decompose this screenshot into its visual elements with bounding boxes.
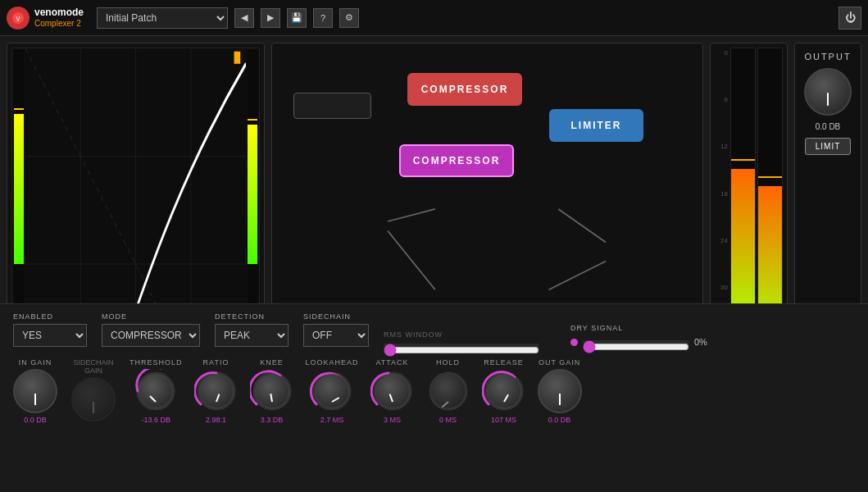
controls-row1: ENABLED YES NO MODE COMPRESSOR DETECTION… <box>13 312 855 347</box>
lookahead-knob[interactable] <box>310 369 354 413</box>
dry-signal-dot <box>570 339 578 346</box>
scale-24: 24 <box>715 237 728 244</box>
sidechain-group: SIDECHAIN OFF ON <box>303 312 369 347</box>
rms-label: RMS WINDOW <box>384 330 539 339</box>
brand-name: venomode <box>34 7 84 18</box>
in-gain-indicator <box>34 394 36 405</box>
release-group: RELEASE 107 MS <box>482 358 526 424</box>
sidechain-gain-knob[interactable] <box>71 377 116 421</box>
limit-button[interactable]: LIMIT <box>805 138 851 155</box>
help-button[interactable]: ? <box>313 8 333 28</box>
rms-slider-track <box>384 344 539 347</box>
hold-indicator <box>441 401 448 408</box>
svg-line-13 <box>388 231 435 290</box>
lookahead-label: LOOKAHEAD <box>306 358 359 367</box>
bottom-controls: ENABLED YES NO MODE COMPRESSOR DETECTION… <box>0 303 868 492</box>
out-gain-indicator <box>559 394 561 405</box>
svg-line-11 <box>558 209 606 242</box>
product-name: Complexer 2 <box>34 19 84 28</box>
knee-value: 3.3 DB <box>261 416 284 424</box>
logo: v venomode Complexer 2 <box>7 7 84 30</box>
out-gain-value: 0.0 DB <box>548 416 571 424</box>
out-gain-label: OUT GAIN <box>539 358 580 367</box>
dry-signal-group: DRY SIGNAL 0% <box>570 324 707 347</box>
dry-slider-track <box>583 340 689 344</box>
threshold-group: THRESHOLD -13.6 DB <box>130 358 183 424</box>
sidechain-gain-group: SIDECHAIN GAIN <box>69 358 118 424</box>
topbar: v venomode Complexer 2 Initial Patch ◀ ▶… <box>0 0 868 36</box>
svg-text:v: v <box>16 14 20 23</box>
ratio-indicator <box>216 394 220 402</box>
settings-button[interactable]: ⚙ <box>339 8 359 28</box>
rms-slider[interactable] <box>384 344 539 357</box>
rmeter-fill <box>248 125 257 263</box>
hold-knob[interactable] <box>426 369 470 413</box>
input-node <box>293 93 371 119</box>
attack-group: ATTACK 3 MS <box>370 358 415 424</box>
hold-value: 0 MS <box>439 416 457 424</box>
rmeter-peak <box>248 119 257 121</box>
svg-line-10 <box>388 209 435 221</box>
attack-indicator <box>389 394 393 402</box>
ratio-knob[interactable] <box>194 369 239 413</box>
scale-6: 6 <box>715 96 728 103</box>
out-peak-R <box>758 176 782 178</box>
dry-signal-label: DRY SIGNAL <box>570 324 707 332</box>
release-value: 107 MS <box>491 416 516 424</box>
release-indicator <box>503 394 509 403</box>
meter-peak <box>14 108 24 110</box>
mode-label: MODE <box>102 312 200 321</box>
output-knob-indicator <box>827 93 829 106</box>
compressor2-node[interactable]: COMPRESSOR <box>399 144 514 177</box>
in-gain-label: IN GAIN <box>19 358 52 367</box>
detection-select[interactable]: PEAK RMS <box>215 324 289 347</box>
knee-indicator <box>270 394 273 402</box>
dry-value: 0% <box>694 337 707 347</box>
detection-group: DETECTION PEAK RMS <box>215 312 289 347</box>
sidechain-gain-label: SIDECHAIN GAIN <box>69 358 118 375</box>
power-button[interactable]: ⏻ <box>838 7 861 30</box>
lookahead-value: 2.7 MS <box>320 416 344 424</box>
ratio-group: RATIO 2.98:1 <box>194 358 239 424</box>
out-peak-L <box>731 159 755 161</box>
dry-slider[interactable] <box>583 340 689 353</box>
in-gain-value: 0.0 DB <box>24 416 47 424</box>
sidechain-label: SIDECHAIN <box>303 312 369 321</box>
threshold-label: THRESHOLD <box>130 358 183 367</box>
next-patch-button[interactable]: ▶ <box>261 8 280 28</box>
limiter-node[interactable]: LIMITER <box>549 109 643 142</box>
in-gain-knob[interactable] <box>13 369 57 413</box>
in-gain-group: IN GAIN 0.0 DB <box>13 358 57 424</box>
detection-label: DETECTION <box>215 312 289 321</box>
left-meter-1 <box>14 50 24 264</box>
logo-text: venomode Complexer 2 <box>34 7 84 27</box>
mode-select[interactable]: COMPRESSOR <box>102 324 200 347</box>
enabled-select[interactable]: YES NO <box>13 324 87 347</box>
out-gain-group: OUT GAIN 0.0 DB <box>538 358 582 424</box>
knobs-row: IN GAIN 0.0 DB SIDECHAIN GAIN THRESHOLD <box>13 358 855 424</box>
mode-group: MODE COMPRESSOR <box>102 312 200 347</box>
threshold-knob[interactable] <box>134 369 178 413</box>
svg-rect-9 <box>234 52 241 64</box>
ratio-label: RATIO <box>203 358 229 367</box>
out-gain-knob[interactable] <box>538 369 582 413</box>
release-knob[interactable] <box>482 369 526 413</box>
patch-select[interactable]: Initial Patch <box>97 7 228 29</box>
sidechain-select[interactable]: OFF ON <box>303 324 369 347</box>
prev-patch-button[interactable]: ◀ <box>234 8 254 28</box>
dry-signal-row: 0% <box>570 337 707 347</box>
compressor1-node[interactable]: COMPRESSOR <box>407 73 522 106</box>
attack-knob[interactable] <box>370 369 415 413</box>
scale-0: 0 <box>715 49 728 57</box>
lookahead-group: LOOKAHEAD 2.7 MS <box>306 358 359 424</box>
save-button[interactable]: 💾 <box>287 8 307 28</box>
enabled-group: ENABLED YES NO <box>13 312 87 347</box>
threshold-indicator <box>149 395 156 402</box>
release-label: RELEASE <box>484 358 524 367</box>
output-knob[interactable] <box>804 68 852 116</box>
attack-label: ATTACK <box>375 358 408 367</box>
svg-line-12 <box>549 262 606 290</box>
scale-30: 30 <box>715 284 728 291</box>
enabled-label: ENABLED <box>13 312 87 321</box>
knee-knob[interactable] <box>250 369 294 413</box>
